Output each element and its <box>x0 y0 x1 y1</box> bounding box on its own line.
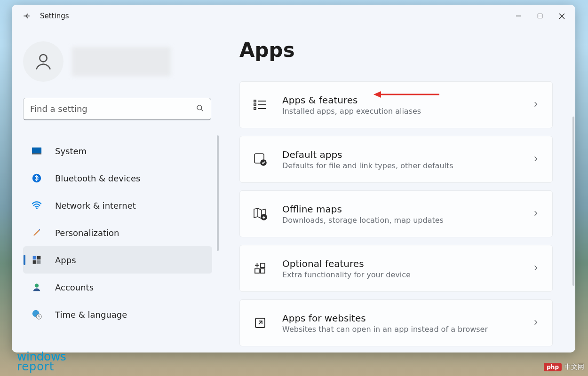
sidebar-item-label: Network & internet <box>55 201 136 211</box>
desktop-wallpaper: Settings <box>0 0 588 376</box>
card-text: Optional features Extra functionality fo… <box>282 258 517 279</box>
chevron-right-icon <box>532 210 539 219</box>
main-content: Apps Apps & features Installed apps, app… <box>232 27 575 352</box>
main-scrollbar[interactable] <box>572 117 574 286</box>
wifi-icon <box>32 200 42 211</box>
card-subtitle: Extra functionality for your device <box>282 270 517 279</box>
card-text: Offline maps Downloads, storage location… <box>282 204 517 225</box>
sidebar-item-time-language[interactable]: Time & language <box>23 301 212 328</box>
sidebar-item-label: Bluetooth & devices <box>55 173 140 183</box>
svg-rect-7 <box>33 256 37 260</box>
close-icon <box>559 13 565 19</box>
settings-card-list: Apps & features Installed apps, app exec… <box>239 81 563 346</box>
user-name-redacted <box>72 47 171 76</box>
svg-rect-0 <box>538 14 542 18</box>
svg-rect-23 <box>261 269 265 273</box>
window-title: Settings <box>40 12 69 20</box>
maximize-button[interactable] <box>529 8 551 24</box>
bluetooth-icon <box>32 173 42 183</box>
card-default-apps[interactable]: Default apps Defaults for file and link … <box>239 136 553 183</box>
sidebar-item-label: Accounts <box>55 282 94 292</box>
card-offline-maps[interactable]: Offline maps Downloads, storage location… <box>239 190 553 237</box>
titlebar: Settings <box>12 5 575 27</box>
close-button[interactable] <box>551 8 572 24</box>
map-download-icon <box>253 207 267 221</box>
chevron-right-icon <box>532 319 539 328</box>
sidebar: System Bluetooth & devices <box>12 27 232 352</box>
sidebar-item-label: Apps <box>55 255 76 265</box>
search-icon <box>196 104 204 114</box>
settings-window: Settings <box>12 5 575 352</box>
svg-rect-10 <box>37 260 41 264</box>
open-external-icon <box>253 316 267 330</box>
maximize-icon <box>537 13 543 19</box>
svg-rect-16 <box>254 108 256 110</box>
minimize-button[interactable] <box>508 8 529 24</box>
nav-wrap: System Bluetooth & devices <box>23 137 212 328</box>
card-title: Offline maps <box>282 204 517 215</box>
svg-point-1 <box>40 55 47 62</box>
user-profile[interactable] <box>23 41 221 82</box>
sidebar-nav: System Bluetooth & devices <box>23 137 212 328</box>
sidebar-item-accounts[interactable]: Accounts <box>23 274 212 301</box>
grid-plus-icon <box>253 261 267 275</box>
chevron-right-icon <box>532 155 539 164</box>
page-title: Apps <box>239 39 563 62</box>
svg-rect-14 <box>254 100 256 102</box>
card-title: Apps & features <box>282 94 517 106</box>
svg-point-2 <box>197 105 202 110</box>
card-title: Default apps <box>282 149 517 160</box>
card-text: Apps & features Installed apps, app exec… <box>282 94 517 116</box>
card-optional-features[interactable]: Optional features Extra functionality fo… <box>239 245 553 292</box>
svg-rect-15 <box>254 104 256 106</box>
card-title: Apps for websites <box>282 313 517 324</box>
card-subtitle: Installed apps, app execution aliases <box>282 107 517 116</box>
svg-rect-3 <box>32 148 41 154</box>
person-icon <box>33 51 54 72</box>
svg-rect-22 <box>255 269 259 273</box>
svg-rect-24 <box>261 263 265 267</box>
sidebar-scrollbar[interactable] <box>217 135 219 251</box>
apps-grid-icon <box>32 255 42 265</box>
svg-rect-9 <box>33 260 37 264</box>
chevron-right-icon <box>532 101 539 110</box>
back-button[interactable] <box>18 8 35 24</box>
card-subtitle: Defaults for file and link types, other … <box>282 161 517 170</box>
sidebar-item-apps[interactable]: Apps <box>23 246 212 274</box>
card-subtitle: Downloads, storage location, map updates <box>282 216 517 225</box>
window-body: System Bluetooth & devices <box>12 27 575 352</box>
card-text: Default apps Defaults for file and link … <box>282 149 517 170</box>
svg-rect-8 <box>37 256 41 260</box>
sidebar-item-personalization[interactable]: Personalization <box>23 219 212 246</box>
svg-point-6 <box>36 208 38 210</box>
card-apps-features[interactable]: Apps & features Installed apps, app exec… <box>239 81 553 128</box>
card-subtitle: Websites that can open in an app instead… <box>282 325 517 334</box>
minimize-icon <box>516 13 521 19</box>
default-app-icon <box>253 152 267 166</box>
chevron-right-icon <box>532 264 539 273</box>
svg-rect-4 <box>32 154 41 155</box>
watermark-left: windows report <box>17 352 66 372</box>
monitor-icon <box>32 146 42 156</box>
svg-point-11 <box>35 284 39 288</box>
sidebar-item-network[interactable]: Network & internet <box>23 192 212 219</box>
sidebar-item-label: System <box>55 146 87 156</box>
sidebar-item-bluetooth[interactable]: Bluetooth & devices <box>23 164 212 192</box>
sidebar-item-label: Personalization <box>55 228 119 238</box>
arrow-left-icon <box>22 11 32 21</box>
search-box[interactable] <box>23 98 211 120</box>
card-apps-for-websites[interactable]: Apps for websites Websites that can open… <box>239 299 553 346</box>
paintbrush-icon <box>32 227 42 238</box>
window-controls <box>508 8 572 24</box>
list-icon <box>253 98 267 112</box>
watermark-right: php 中文网 <box>544 363 584 371</box>
svg-point-5 <box>32 174 41 182</box>
card-text: Apps for websites Websites that can open… <box>282 313 517 334</box>
card-title: Optional features <box>282 258 517 269</box>
avatar <box>23 41 64 82</box>
search-input[interactable] <box>30 104 196 114</box>
clock-globe-icon <box>32 309 42 320</box>
sidebar-item-label: Time & language <box>55 310 127 320</box>
sidebar-item-system[interactable]: System <box>23 137 212 164</box>
person-icon <box>32 282 42 292</box>
